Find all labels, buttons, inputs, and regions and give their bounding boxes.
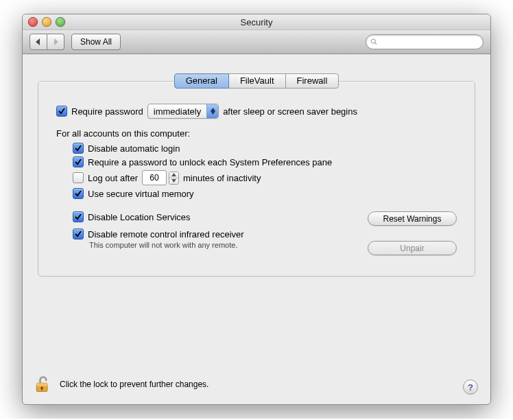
zoom-button[interactable] (56, 17, 65, 27)
nav-segmented (29, 34, 64, 50)
show-all-button[interactable]: Show All (71, 34, 121, 50)
checkmark-icon (75, 213, 82, 220)
all-accounts-header: For all accounts on this computer: (56, 128, 457, 139)
forward-button[interactable] (47, 34, 64, 50)
require-password-label-pre: Require password (71, 106, 143, 117)
window-title: Security (241, 17, 273, 27)
svg-marker-5 (211, 111, 215, 115)
require-password-label-post: after sleep or screen saver begins (223, 106, 357, 117)
require-pw-sysprefs-label: Require a password to unlock each System… (88, 157, 332, 167)
tab-firewall[interactable]: Firewall (285, 73, 339, 89)
chevron-up-icon (171, 173, 176, 176)
close-button[interactable] (28, 17, 38, 27)
disable-location-label: Disable Location Services (88, 212, 191, 222)
svg-rect-11 (41, 388, 43, 390)
lock-row: Click the lock to prevent further change… (23, 369, 490, 404)
toolbar: Show All (23, 30, 490, 54)
log-out-after-checkbox[interactable] (73, 172, 84, 183)
svg-point-2 (371, 39, 375, 43)
disable-auto-login-label: Disable automatic login (88, 143, 180, 154)
minimize-button[interactable] (42, 17, 51, 27)
require-password-checkbox[interactable] (56, 106, 67, 117)
log-out-after-label-post: minutes of inactivity (183, 173, 261, 183)
reset-warnings-button[interactable]: Reset Warnings (368, 211, 457, 226)
log-out-minutes-stepper (142, 170, 179, 185)
tab-control: General FileVault Firewall (38, 73, 475, 89)
require-password-delay-popup[interactable]: immediately (147, 104, 219, 119)
disable-location-checkbox[interactable] (73, 211, 84, 222)
help-button[interactable]: ? (463, 380, 478, 395)
general-panel: Require password immediately after sleep… (38, 81, 475, 277)
checkmark-icon (75, 145, 82, 152)
security-preferences-window: Security Show All General FileVault Fire… (22, 14, 491, 405)
checkmark-icon (75, 231, 82, 237)
checkmark-icon (75, 190, 82, 197)
tab-filevault[interactable]: FileVault (228, 73, 286, 89)
require-password-delay-value: immediately (148, 106, 206, 117)
checkmark-icon (58, 108, 65, 115)
back-button[interactable] (29, 34, 47, 50)
lock-button[interactable] (32, 374, 53, 395)
require-pw-sysprefs-checkbox[interactable] (73, 156, 84, 167)
log-out-after-label-pre: Log out after (88, 173, 138, 183)
svg-marker-0 (36, 38, 40, 45)
tab-general[interactable]: General (174, 73, 229, 89)
svg-rect-9 (36, 383, 47, 386)
svg-line-3 (375, 43, 377, 45)
checkmark-icon (75, 159, 82, 165)
stepper-arrows[interactable] (169, 172, 179, 185)
popup-arrows-icon (206, 104, 218, 118)
disable-ir-label: Disable remote control infrared receiver (88, 229, 244, 240)
log-out-minutes-input[interactable] (142, 170, 167, 185)
search-input[interactable] (381, 36, 479, 47)
disable-auto-login-checkbox[interactable] (73, 143, 84, 154)
require-password-row: Require password immediately after sleep… (56, 104, 457, 119)
search-field[interactable] (366, 34, 484, 49)
content-area: General FileVault Firewall Require passw… (23, 54, 490, 369)
search-icon (370, 38, 378, 46)
unlocked-padlock-icon (33, 375, 52, 394)
titlebar: Security (23, 14, 490, 30)
secure-vm-row: Use secure virtual memory (56, 188, 457, 199)
svg-marker-7 (171, 179, 176, 183)
chevron-left-icon (36, 38, 41, 45)
ir-subtext: This computer will not work with any rem… (89, 241, 244, 249)
disable-ir-checkbox[interactable] (73, 229, 84, 240)
window-controls (28, 17, 65, 27)
ir-receiver-row: Disable remote control infrared receiver… (56, 229, 457, 255)
location-services-row: Disable Location Services Reset Warnings (56, 211, 457, 226)
secure-vm-checkbox[interactable] (73, 188, 84, 199)
chevron-down-icon (171, 179, 176, 183)
disable-auto-login-row: Disable automatic login (56, 143, 457, 154)
secure-vm-label: Use secure virtual memory (88, 189, 194, 199)
chevron-right-icon (53, 38, 58, 45)
unpair-button[interactable]: Unpair (368, 241, 457, 255)
svg-marker-1 (54, 38, 58, 45)
require-pw-sysprefs-row: Require a password to unlock each System… (56, 156, 457, 167)
lock-text: Click the lock to prevent further change… (60, 380, 208, 389)
svg-marker-6 (171, 173, 176, 176)
log-out-after-row: Log out after minutes of inactivity (56, 170, 457, 185)
